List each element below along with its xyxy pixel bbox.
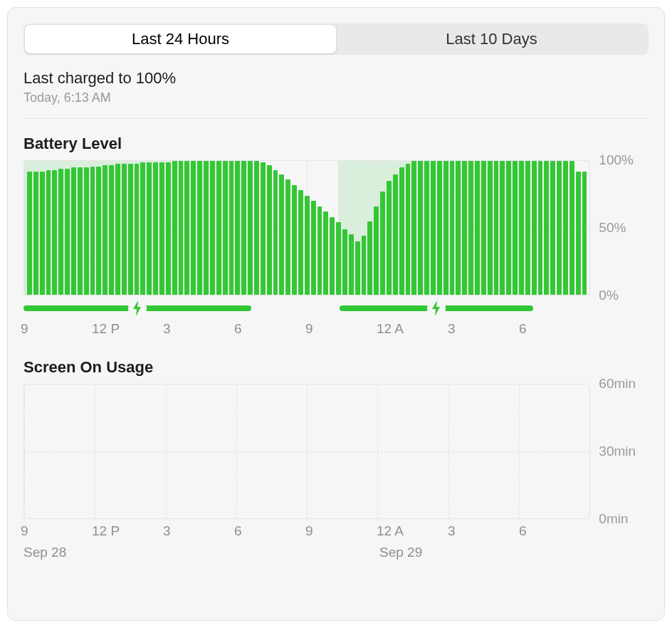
- x-tick: 3: [448, 523, 456, 539]
- screen-on-chart: 60min30min0min: [23, 384, 649, 519]
- y-tick: 60min: [599, 376, 636, 392]
- x-tick: 12 P: [92, 523, 120, 539]
- x-tick: 6: [519, 523, 527, 539]
- tab-last-10-days[interactable]: Last 10 Days: [336, 25, 647, 53]
- charging-bolt-icon: [128, 299, 147, 318]
- x-tick: 6: [519, 321, 527, 337]
- screen-on-title: Screen On Usage: [23, 358, 649, 377]
- battery-level-chart: 100%50%0%: [23, 160, 649, 295]
- date-label: Sep 29: [379, 545, 422, 560]
- x-tick: 9: [21, 523, 28, 539]
- battery-level-plot: [23, 160, 590, 295]
- x-tick: 9: [305, 321, 313, 337]
- charging-bolt-icon: [427, 299, 446, 318]
- x-tick: 6: [234, 523, 242, 539]
- battery-y-axis: 100%50%0%: [599, 160, 649, 295]
- last-charged-subtitle: Today, 6:13 AM: [23, 90, 649, 119]
- screen-x-axis: 912 P36912 A36Sep 28Sep 29: [23, 523, 593, 565]
- x-tick: 12 A: [377, 523, 404, 539]
- screen-on-plot: [23, 384, 590, 519]
- y-tick: 0%: [599, 288, 618, 303]
- battery-level-title: Battery Level: [23, 135, 649, 153]
- battery-x-axis: 912 P36912 A36: [23, 321, 593, 342]
- range-segmented-control: Last 24 Hours Last 10 Days: [23, 23, 649, 55]
- battery-usage-panel: Last 24 Hours Last 10 Days Last charged …: [7, 7, 665, 621]
- tab-last-24-hours[interactable]: Last 24 Hours: [25, 25, 336, 53]
- last-charged-title: Last charged to 100%: [23, 69, 649, 88]
- y-tick: 50%: [599, 220, 626, 236]
- x-tick: 9: [21, 321, 28, 337]
- screen-y-axis: 60min30min0min: [599, 384, 649, 519]
- x-tick: 12 A: [377, 321, 404, 337]
- y-tick: 30min: [599, 444, 636, 459]
- y-tick: 100%: [599, 152, 634, 168]
- x-tick: 6: [234, 321, 242, 337]
- x-tick: 12 P: [92, 321, 120, 337]
- x-tick: 3: [163, 321, 171, 337]
- x-tick: 3: [448, 321, 456, 337]
- y-tick: 0min: [599, 511, 628, 527]
- x-tick: 9: [305, 523, 313, 539]
- charging-indicator-row: [23, 301, 593, 317]
- date-label: Sep 28: [23, 545, 66, 560]
- x-tick: 3: [163, 523, 171, 539]
